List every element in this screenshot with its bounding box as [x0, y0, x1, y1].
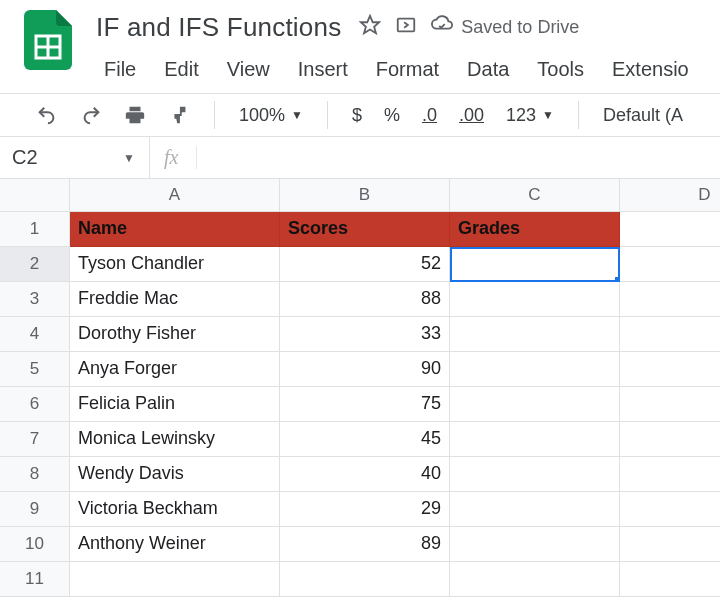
cell[interactable] [450, 387, 620, 422]
decrease-decimal[interactable]: .0 [416, 101, 443, 130]
menu-tools[interactable]: Tools [529, 54, 592, 85]
cell[interactable]: 90 [280, 352, 450, 387]
select-all-corner[interactable] [0, 179, 70, 212]
row-header[interactable]: 3 [0, 282, 70, 317]
menu-data[interactable]: Data [459, 54, 517, 85]
cell[interactable] [620, 457, 720, 492]
move-icon[interactable] [395, 14, 417, 40]
menu-insert[interactable]: Insert [290, 54, 356, 85]
cell[interactable]: Anthony Weiner [70, 527, 280, 562]
row-header[interactable]: 10 [0, 527, 70, 562]
format-currency[interactable]: $ [346, 101, 368, 130]
cell[interactable] [620, 247, 720, 282]
menu-bar: File Edit View Insert Format Data Tools … [96, 54, 720, 85]
row-header[interactable]: 4 [0, 317, 70, 352]
name-box[interactable]: C2 ▼ [0, 137, 150, 178]
menu-edit[interactable]: Edit [156, 54, 206, 85]
cell[interactable]: Grades [450, 212, 620, 247]
cell[interactable]: Anya Forger [70, 352, 280, 387]
format-percent[interactable]: % [378, 101, 406, 130]
spreadsheet-grid[interactable]: A B C D 1 Name Scores Grades 2 Tyson Cha… [0, 179, 720, 597]
menu-view[interactable]: View [219, 54, 278, 85]
cell[interactable]: 40 [280, 457, 450, 492]
col-header-A[interactable]: A [70, 179, 280, 212]
row-header[interactable]: 2 [0, 247, 70, 282]
cell[interactable]: 52 [280, 247, 450, 282]
cell[interactable]: Wendy Davis [70, 457, 280, 492]
cell[interactable] [450, 317, 620, 352]
col-header-D[interactable]: D [620, 179, 720, 212]
cell[interactable]: 29 [280, 492, 450, 527]
cell[interactable]: 33 [280, 317, 450, 352]
cell[interactable]: 75 [280, 387, 450, 422]
cell[interactable]: 88 [280, 282, 450, 317]
doc-title[interactable]: IF and IFS Functions [96, 12, 341, 43]
cell[interactable]: 89 [280, 527, 450, 562]
more-formats[interactable]: 123 ▼ [500, 101, 560, 130]
cell[interactable] [620, 282, 720, 317]
row-header[interactable]: 9 [0, 492, 70, 527]
cell[interactable] [450, 562, 620, 597]
fill-handle[interactable] [615, 277, 620, 282]
cell[interactable]: Felicia Palin [70, 387, 280, 422]
cell[interactable] [620, 212, 720, 247]
cell[interactable]: Scores [280, 212, 450, 247]
active-cell[interactable] [450, 247, 620, 282]
print-icon[interactable] [118, 100, 152, 130]
cell[interactable] [620, 387, 720, 422]
row-header[interactable]: 1 [0, 212, 70, 247]
cell[interactable]: Name [70, 212, 280, 247]
saved-status[interactable]: Saved to Drive [431, 14, 579, 41]
saved-label: Saved to Drive [461, 17, 579, 38]
cell[interactable] [450, 282, 620, 317]
chevron-down-icon: ▼ [291, 108, 303, 122]
sheets-logo[interactable] [24, 10, 72, 70]
col-header-C[interactable]: C [450, 179, 620, 212]
row-header[interactable]: 7 [0, 422, 70, 457]
menu-format[interactable]: Format [368, 54, 447, 85]
formula-input[interactable] [209, 146, 706, 169]
chevron-down-icon: ▼ [542, 108, 554, 122]
redo-icon[interactable] [74, 100, 108, 130]
star-icon[interactable] [359, 14, 381, 40]
cell[interactable] [620, 492, 720, 527]
svg-rect-4 [398, 19, 415, 32]
increase-decimal[interactable]: .00 [453, 101, 490, 130]
fx-label: fx [164, 146, 197, 169]
paint-format-icon[interactable] [162, 100, 196, 130]
row-header[interactable]: 6 [0, 387, 70, 422]
row-header[interactable]: 8 [0, 457, 70, 492]
menu-extensions[interactable]: Extensio [604, 54, 697, 85]
svg-marker-3 [361, 16, 379, 33]
undo-icon[interactable] [30, 100, 64, 130]
row-header[interactable]: 5 [0, 352, 70, 387]
cell[interactable] [620, 422, 720, 457]
cell[interactable] [450, 527, 620, 562]
cell[interactable] [620, 527, 720, 562]
cell[interactable]: 45 [280, 422, 450, 457]
chevron-down-icon: ▼ [123, 151, 135, 165]
cell[interactable] [620, 562, 720, 597]
cell[interactable] [70, 562, 280, 597]
cell[interactable] [620, 317, 720, 352]
toolbar: 100% ▼ $ % .0 .00 123 ▼ Default (A [0, 93, 720, 137]
cell[interactable] [450, 422, 620, 457]
cell[interactable]: Dorothy Fisher [70, 317, 280, 352]
zoom-select[interactable]: 100% ▼ [233, 101, 309, 130]
cell[interactable] [620, 352, 720, 387]
cell[interactable]: Monica Lewinsky [70, 422, 280, 457]
cell[interactable] [450, 492, 620, 527]
cell[interactable]: Victoria Beckham [70, 492, 280, 527]
font-select[interactable]: Default (A [597, 101, 689, 130]
cell[interactable] [450, 457, 620, 492]
cell[interactable]: Freddie Mac [70, 282, 280, 317]
row-header[interactable]: 11 [0, 562, 70, 597]
cell[interactable]: Tyson Chandler [70, 247, 280, 282]
cell[interactable] [280, 562, 450, 597]
col-header-B[interactable]: B [280, 179, 450, 212]
cell[interactable] [450, 352, 620, 387]
menu-file[interactable]: File [96, 54, 144, 85]
